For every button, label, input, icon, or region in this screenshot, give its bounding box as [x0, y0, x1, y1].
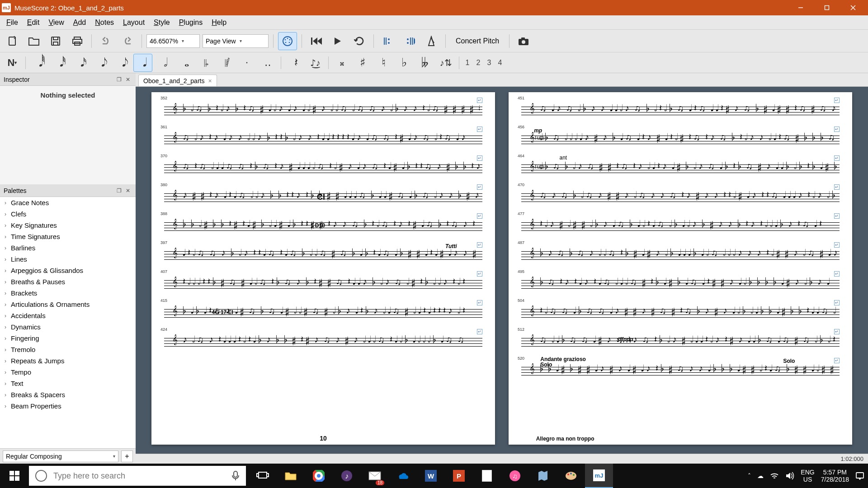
- dot-button[interactable]: ·: [237, 54, 256, 72]
- start-button[interactable]: [0, 464, 29, 488]
- open-button[interactable]: [24, 32, 43, 50]
- natural-button[interactable]: ♮: [374, 54, 393, 72]
- staff-system[interactable]: 470↵𝄞 ♫ ♪ ♫ ♭ 𝅗𝅥 ♫ ♪ ♯ ♯ ♪ 𝅗𝅥 ♫ ♪ ♪ ♫ 𝄽 …: [521, 187, 840, 211]
- note-input-button[interactable]: N▾: [3, 54, 22, 72]
- palette-item[interactable]: ›Articulations & Ornaments: [0, 299, 136, 310]
- staff-system[interactable]: 495↵𝄞 ♭ ♫ 𝄽 ♪ 𝄽 𝅘𝅥 ♪ 𝄽 𝅘𝅥 ♫ 𝅗𝅥 𝅘𝅥 𝅗𝅥 ♫ ♯…: [521, 274, 840, 297]
- staff-system[interactable]: 504↵𝄞 𝄽 𝅗𝅥 ♫ ♫ 𝅘𝅥 ♭ ♫ ♫ 𝅘𝅥 ♪ ♯ ♯ ♪ ♯ ♫ ♯…: [521, 303, 840, 326]
- staff-system[interactable]: 477↵𝄞 𝄽 𝅗𝅥 ♪ ♯ 𝅗𝅥 ♯ ♯ 𝅗𝅥 ♭ ♪ 𝅘𝅥 ♫ ♭ 𝅘𝅥 𝅗…: [521, 216, 840, 239]
- wifi-icon[interactable]: [770, 472, 779, 479]
- minimize-button[interactable]: [788, 0, 814, 15]
- loop-in-button[interactable]: [378, 32, 397, 50]
- palette-item[interactable]: ›Breaths & Pauses: [0, 276, 136, 287]
- palettes-float-button[interactable]: ❐: [115, 187, 123, 195]
- palette-item[interactable]: ›Accidentals: [0, 310, 136, 321]
- duration-whole[interactable]: 𝅝: [175, 54, 194, 72]
- inspector-close-button[interactable]: ✕: [124, 75, 132, 84]
- staff-system[interactable]: 464↵𝄞 𝅗𝅥 ♭ ♫ ♭ 𝅗𝅥 ♪ ♫ ♯ ♯ 𝄽 ♫ 𝄽 ♪ 𝅗𝅥 𝅘𝅥 …: [521, 158, 840, 182]
- menu-view[interactable]: View: [44, 17, 68, 28]
- staff-system[interactable]: 352↵𝄞 ♭ 𝅗𝅥 ♫ ♭ 𝄽 𝅗𝅥 ♪ ♭ 𝄽 ♫ ♯ 𝅘𝅥 𝅗𝅥 ♪ 𝅘𝅥…: [164, 100, 482, 124]
- rest-button[interactable]: 𝄽: [285, 54, 304, 72]
- powerpoint-app[interactable]: P: [445, 464, 473, 488]
- menu-help[interactable]: Help: [207, 17, 231, 28]
- print-button[interactable]: [68, 32, 87, 50]
- palette-item[interactable]: ›Breaks & Spacers: [0, 389, 136, 400]
- flat-button[interactable]: ♭: [395, 54, 414, 72]
- staff-system[interactable]: 487↵𝄞 ♭ ♪ ♫ ♭ ♫ ♪ 𝅗𝅥 𝅗𝅥 ♫ 𝄽 ♭ ♯ 𝅘𝅥 ♯ ♪ 𝅗…: [521, 245, 840, 268]
- staff-system[interactable]: 397↵𝄞 𝅘𝅥 𝄽 𝅗𝅥 ♫ ♫ ♪ ♭ 𝅗𝅥 ♪ 𝄽 𝄽 𝅘𝅥 ♫ 𝄽 𝅘𝅥…: [164, 245, 482, 268]
- staff-system[interactable]: 388↵𝄞 ♭ ♭ 𝅗𝅥 ♯ ♭ ♭ 𝄽 ♯ 𝄽 𝅘𝅥 ♯ ♭ 𝅗𝅥 𝅘𝅥 ♯ …: [164, 216, 482, 239]
- palette-item[interactable]: ›Time Signatures: [0, 231, 136, 242]
- palette-item[interactable]: ›Tremolo: [0, 344, 136, 355]
- palettes-list[interactable]: ›Grace Notes›Clefs›Key Signatures›Time S…: [0, 197, 136, 448]
- notepad-app[interactable]: [473, 464, 501, 488]
- workspace-select[interactable]: Regular Composing▾: [3, 450, 118, 462]
- zoom-select[interactable]: 46.6507%▾: [146, 34, 200, 48]
- duration-32nd[interactable]: 𝅘𝅥𝅰: [50, 54, 69, 72]
- clock[interactable]: 5:57 PM7/28/2018: [821, 469, 849, 483]
- staff-system[interactable]: 520↵𝄞 ♭ ♭ 𝅘𝅥 ♯ ♭ ♯ ♯ 𝅘𝅥 ♪ ♯ ♪ 𝅘𝅥 ♯ 𝅘𝅥 ♪ …: [521, 361, 840, 384]
- staff-system[interactable]: 512↵𝄞 ♫ 𝅗𝅥 𝅘𝅥 ♭ ♫ ♫ 𝅘𝅥 ♯ ♪ ♫ 𝄽 ♪ ♫ 𝄽 ♭ 𝅗…: [521, 332, 840, 355]
- taskview-button[interactable]: [249, 464, 277, 488]
- onedrive-app[interactable]: [389, 464, 417, 488]
- play-button[interactable]: [328, 32, 347, 50]
- palette-item[interactable]: ›Beam Properties: [0, 400, 136, 412]
- search-box[interactable]: Type here to search: [29, 466, 246, 486]
- duration-8th[interactable]: 𝅘𝅥𝅮: [92, 54, 111, 72]
- score-tab[interactable]: Oboe_1_and_2_parts ×: [138, 75, 217, 86]
- explorer-app[interactable]: [277, 464, 305, 488]
- maps-app[interactable]: [529, 464, 557, 488]
- palette-item[interactable]: ›Grace Notes: [0, 197, 136, 208]
- music-app[interactable]: ♪: [333, 464, 361, 488]
- palette-item[interactable]: ›Clefs: [0, 208, 136, 220]
- undo-button[interactable]: [96, 32, 115, 50]
- concert-pitch-button[interactable]: Concert Pitch: [450, 33, 505, 49]
- duration-16th[interactable]: 𝅘𝅥𝅯: [71, 54, 90, 72]
- double-flat-button[interactable]: 𝄫: [415, 54, 434, 72]
- chrome-app[interactable]: [305, 464, 333, 488]
- rewind-button[interactable]: [307, 32, 326, 50]
- palette-item[interactable]: ›Dynamics: [0, 321, 136, 333]
- voice-4[interactable]: 4: [495, 59, 505, 67]
- voice-2[interactable]: 2: [474, 59, 483, 67]
- musescore-app[interactable]: mJ: [585, 464, 613, 488]
- screenshot-button[interactable]: [514, 32, 533, 50]
- volume-icon[interactable]: [785, 472, 794, 480]
- palette-item[interactable]: ›Tempo: [0, 366, 136, 378]
- palette-item[interactable]: ›Brackets: [0, 287, 136, 299]
- score-canvas[interactable]: 10 352↵𝄞 ♭ 𝅗𝅥 ♫ ♭ 𝄽 𝅗𝅥 ♪ ♭ 𝄽 ♫ ♯ 𝅘𝅥 𝅗𝅥 ♪…: [136, 87, 868, 454]
- palette-item[interactable]: ›Arpeggios & Glissandos: [0, 265, 136, 276]
- palette-item[interactable]: ›Fingering: [0, 333, 136, 344]
- redo-button[interactable]: [118, 32, 137, 50]
- palettes-close-button[interactable]: ✕: [124, 187, 132, 195]
- tray-overflow-icon[interactable]: ˄: [748, 472, 751, 479]
- score-page-right[interactable]: 451↵𝄞 ♫ 𝅘𝅥 ♪ ♫ 𝅗𝅥 ♭ ♪ ♪ 𝅘𝅥 𝅘𝅥 𝅗𝅥 ♪ ♫ ♭ 𝅗…: [509, 92, 852, 445]
- loop-button[interactable]: [350, 32, 369, 50]
- add-workspace-button[interactable]: +: [121, 450, 133, 462]
- metronome-button[interactable]: [422, 32, 441, 50]
- duration-quarter[interactable]: 𝅘𝅥: [133, 54, 152, 72]
- new-score-button[interactable]: [3, 32, 22, 50]
- staff-system[interactable]: 370↵𝄞 ♫ 𝄽 ♫ 𝅗𝅥 𝅘𝅥 𝅘𝅥 ♫ ♫ 𝄽 ♭ ♫ 𝄽 ♪ ♯ 𝅘𝅥 …: [164, 158, 482, 182]
- menu-layout[interactable]: Layout: [118, 17, 149, 28]
- inspector-float-button[interactable]: ❐: [115, 75, 123, 84]
- staff-system[interactable]: 361↵𝄞 ♫ 𝅗𝅥 ♪ 𝄽 ♪ 𝅘𝅥 ♪ ♪ 𝅗𝅥 𝅗𝅥 ♪ ♭ 𝄽 𝄽 ♭ …: [164, 129, 482, 153]
- staff-system[interactable]: 407↵𝄞 𝄽 𝅗𝅥 𝅗𝅥 𝅗𝅥 𝄽 𝄽 ♭ ♯ ♫ ♯ 𝅘𝅥 𝅗𝅥 ♫ 𝄽 ♭…: [164, 274, 482, 297]
- menu-plugins[interactable]: Plugins: [175, 17, 207, 28]
- menu-add[interactable]: Add: [69, 17, 90, 28]
- staff-system[interactable]: 456↵𝄞 𝅗𝅥 ♭ ♫ 𝅗𝅥 𝅗𝅥 𝅗𝅥 𝅘𝅥 ♪ ♯ ♪ ♭ 𝅘𝅥 ♫ 𝅘𝅥…: [521, 129, 840, 153]
- palette-item[interactable]: ›Repeats & Jumps: [0, 355, 136, 366]
- paint-app[interactable]: [557, 464, 585, 488]
- flip-button[interactable]: ♪⇅: [436, 54, 455, 72]
- midi-input-button[interactable]: [278, 32, 297, 50]
- double-sharp-button[interactable]: 𝄪: [332, 54, 351, 72]
- word-app[interactable]: W: [417, 464, 445, 488]
- staff-system[interactable]: 424↵𝄞 ♪ 𝅗𝅥 ♫ ♪ 𝄽 𝅘𝅥 𝅘𝅥 𝅘𝅥 𝄽 𝅗𝅥 𝄽 𝅘𝅥 ♭ ♪ …: [164, 332, 482, 355]
- staff-system[interactable]: 451↵𝄞 ♫ 𝅘𝅥 ♪ ♫ 𝅗𝅥 ♭ ♪ ♪ 𝅘𝅥 𝅘𝅥 𝅗𝅥 ♪ ♫ ♭ 𝅗…: [521, 100, 840, 124]
- view-select[interactable]: Page View▾: [203, 34, 269, 48]
- duration-8th-2[interactable]: 𝅘𝅥𝅮: [113, 54, 132, 72]
- menu-edit[interactable]: Edit: [23, 17, 44, 28]
- onedrive-tray-icon[interactable]: ☁: [757, 472, 764, 479]
- double-dot-button[interactable]: ‥: [258, 54, 277, 72]
- staff-system[interactable]: 415↵𝄞 ♭ 𝅘𝅥 ♭ 𝅘𝅥 𝄽 ♫ ♪ 𝅘𝅥 ♯ ♫ ♭ ♫ 𝅘𝅥 ♯ 𝅗𝅥…: [164, 303, 482, 326]
